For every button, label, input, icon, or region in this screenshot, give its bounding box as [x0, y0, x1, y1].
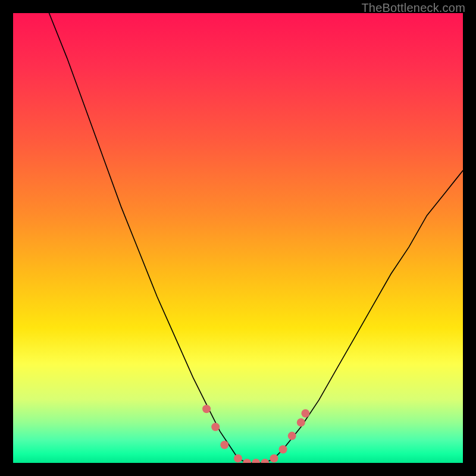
curve-marker — [252, 459, 260, 463]
watermark-text: TheBottleneck.com — [361, 1, 465, 15]
marker-group — [202, 405, 309, 463]
chart-container: TheBottleneck.com — [0, 0, 476, 476]
curve-marker — [243, 459, 251, 463]
curve-marker — [297, 418, 305, 427]
bottleneck-curve — [49, 13, 464, 463]
plot-area — [13, 13, 463, 463]
curve-marker — [279, 445, 287, 453]
curve-layer — [13, 13, 463, 463]
curve-marker — [211, 423, 220, 431]
curve-marker — [234, 454, 242, 462]
curve-marker — [288, 432, 296, 440]
curve-marker — [261, 459, 269, 463]
curve-marker — [270, 454, 278, 462]
curve-marker — [301, 409, 309, 418]
curve-marker — [220, 441, 228, 449]
curve-marker — [202, 405, 211, 413]
